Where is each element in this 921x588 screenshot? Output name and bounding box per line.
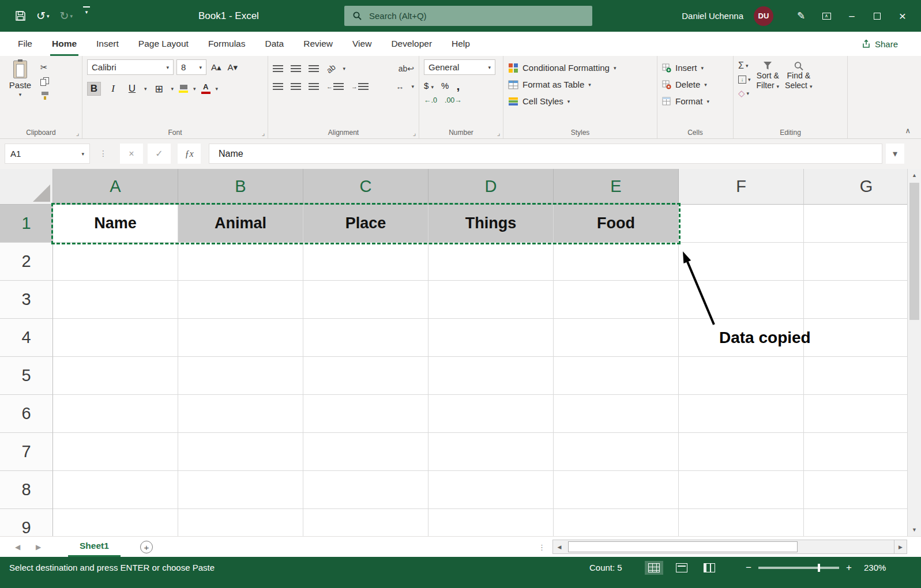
cell[interactable] bbox=[303, 357, 428, 395]
font-size-combo[interactable]: 8▾ bbox=[176, 59, 206, 75]
cell-e1[interactable]: Food bbox=[554, 205, 679, 243]
number-dialog-launcher[interactable]: ⌟ bbox=[497, 130, 500, 137]
row-header-2[interactable]: 2 bbox=[0, 243, 53, 281]
insert-cells-button[interactable]: Insert ▾ bbox=[662, 59, 728, 76]
cell[interactable] bbox=[804, 509, 907, 536]
number-format-combo[interactable]: General▾ bbox=[424, 59, 495, 75]
align-middle-icon[interactable] bbox=[291, 65, 301, 73]
cell[interactable] bbox=[428, 509, 554, 536]
cell[interactable] bbox=[679, 281, 804, 319]
cell[interactable] bbox=[53, 281, 178, 319]
copy-button[interactable] bbox=[40, 77, 50, 86]
cell[interactable] bbox=[53, 395, 178, 433]
horizontal-scroll-track[interactable] bbox=[566, 540, 894, 553]
cell[interactable] bbox=[303, 395, 428, 433]
cell[interactable] bbox=[303, 471, 428, 509]
name-box[interactable]: A1▾ bbox=[5, 144, 90, 164]
cell[interactable] bbox=[428, 357, 554, 395]
customize-quick-access-button[interactable]: ▾ bbox=[81, 6, 92, 26]
cell[interactable] bbox=[679, 395, 804, 433]
vertical-scrollbar[interactable]: ▲ ▼ bbox=[907, 169, 921, 536]
column-header-e[interactable]: E bbox=[554, 169, 679, 205]
cell[interactable] bbox=[554, 471, 679, 509]
tab-view[interactable]: View bbox=[343, 32, 381, 56]
accounting-format-button[interactable]: $ ▾ bbox=[424, 81, 434, 91]
cell[interactable] bbox=[53, 243, 178, 281]
cell[interactable] bbox=[53, 471, 178, 509]
tab-formulas[interactable]: Formulas bbox=[198, 32, 255, 56]
borders-button[interactable]: ⊞ bbox=[152, 82, 166, 96]
cell-a1[interactable]: Name bbox=[53, 205, 178, 243]
redo-button[interactable]: ↻▾ bbox=[57, 6, 74, 26]
cell[interactable] bbox=[804, 395, 907, 433]
cell[interactable] bbox=[53, 319, 178, 357]
page-break-view-button[interactable] bbox=[700, 561, 719, 575]
fill-button[interactable]: ↓▾ bbox=[738, 76, 751, 84]
insert-function-button[interactable]: ƒx bbox=[178, 144, 201, 164]
cell-d1[interactable]: Things bbox=[428, 205, 554, 243]
font-color-button[interactable]: A bbox=[201, 84, 210, 94]
increase-font-size-button[interactable]: A▴ bbox=[209, 62, 223, 73]
row-header-1[interactable]: 1 bbox=[0, 205, 53, 243]
cell[interactable] bbox=[428, 395, 554, 433]
find-select-button[interactable]: Find & Select ▾ bbox=[785, 61, 812, 99]
autosum-button[interactable]: Σ▾ bbox=[738, 61, 751, 71]
close-button[interactable]: × bbox=[890, 0, 915, 32]
cell[interactable] bbox=[679, 243, 804, 281]
bold-button[interactable]: B bbox=[87, 82, 101, 96]
tab-page-layout[interactable]: Page Layout bbox=[129, 32, 198, 56]
scroll-right-button[interactable]: ▶ bbox=[894, 540, 907, 553]
cell[interactable] bbox=[428, 243, 554, 281]
underline-button[interactable]: U bbox=[125, 82, 139, 96]
formula-bar-handle[interactable]: ⋮ bbox=[99, 144, 107, 164]
cell[interactable] bbox=[428, 281, 554, 319]
cell[interactable] bbox=[804, 433, 907, 471]
cell[interactable] bbox=[303, 243, 428, 281]
column-header-b[interactable]: B bbox=[178, 169, 303, 205]
sort-filter-button[interactable]: Sort & Filter ▾ bbox=[757, 61, 780, 99]
row-header-7[interactable]: 7 bbox=[0, 433, 53, 471]
cell[interactable] bbox=[178, 471, 303, 509]
cell[interactable] bbox=[679, 433, 804, 471]
zoom-slider-thumb[interactable] bbox=[818, 564, 820, 572]
cell-b1[interactable]: Animal bbox=[178, 205, 303, 243]
previous-sheet-button[interactable]: ◀ bbox=[15, 537, 20, 557]
cell[interactable] bbox=[554, 319, 679, 357]
zoom-in-button[interactable]: + bbox=[846, 562, 852, 574]
formula-input[interactable]: Name bbox=[209, 144, 882, 164]
alignment-dialog-launcher[interactable]: ⌟ bbox=[412, 130, 416, 137]
undo-button[interactable]: ↺▾ bbox=[34, 6, 51, 26]
zoom-level[interactable]: 230% bbox=[864, 563, 886, 573]
align-left-icon[interactable] bbox=[273, 83, 283, 91]
cell[interactable] bbox=[554, 395, 679, 433]
collapse-ribbon-button[interactable]: ∧ bbox=[905, 126, 921, 138]
tab-help[interactable]: Help bbox=[442, 32, 480, 56]
tab-file[interactable]: File bbox=[8, 32, 42, 56]
wrap-text-button[interactable]: ab↩ bbox=[399, 64, 414, 73]
align-top-icon[interactable] bbox=[273, 65, 283, 73]
cell[interactable] bbox=[554, 243, 679, 281]
new-sheet-button[interactable]: + bbox=[140, 541, 153, 553]
vertical-scroll-thumb[interactable] bbox=[909, 183, 919, 320]
next-sheet-button[interactable]: ▶ bbox=[36, 537, 41, 557]
maximize-button[interactable] bbox=[864, 0, 890, 32]
increase-indent-button[interactable]: → bbox=[351, 83, 369, 91]
cell[interactable] bbox=[53, 433, 178, 471]
zoom-slider[interactable] bbox=[758, 567, 839, 569]
align-bottom-icon[interactable] bbox=[309, 65, 319, 73]
select-all-button[interactable] bbox=[0, 169, 53, 205]
format-cells-button[interactable]: Format ▾ bbox=[662, 93, 728, 110]
cell[interactable] bbox=[554, 433, 679, 471]
cell[interactable] bbox=[679, 357, 804, 395]
ribbon-display-options-button[interactable]: ∧ bbox=[814, 0, 839, 32]
cell[interactable] bbox=[679, 471, 804, 509]
horizontal-scroll-thumb[interactable] bbox=[568, 541, 798, 552]
cell[interactable] bbox=[804, 281, 907, 319]
cell[interactable] bbox=[53, 357, 178, 395]
cell[interactable] bbox=[554, 357, 679, 395]
decrease-decimal-button[interactable]: .00→ bbox=[445, 96, 462, 104]
column-header-g[interactable]: G bbox=[804, 169, 907, 205]
cell[interactable] bbox=[804, 243, 907, 281]
font-dialog-launcher[interactable]: ⌟ bbox=[261, 130, 265, 137]
row-header-3[interactable]: 3 bbox=[0, 281, 53, 319]
